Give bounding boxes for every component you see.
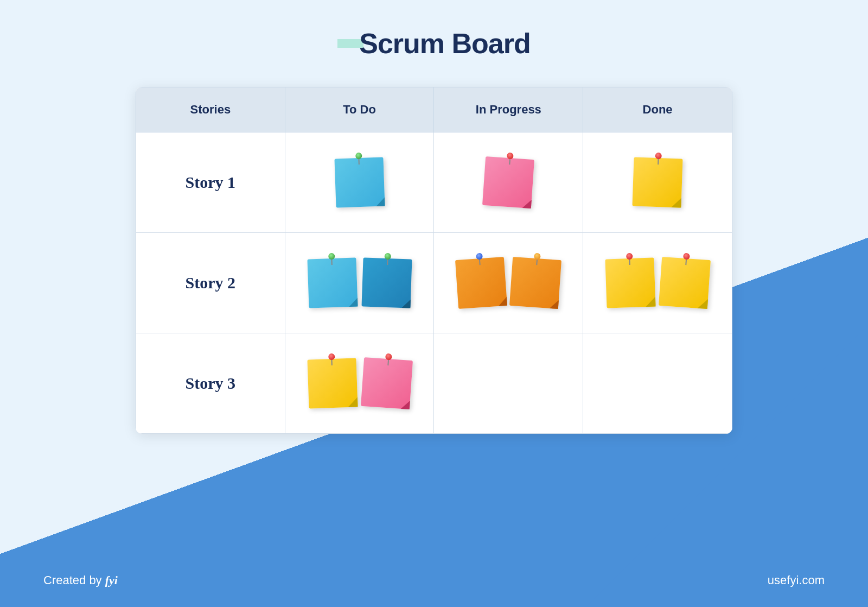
story-1-todo-cell	[285, 132, 434, 233]
sticky-note[interactable]	[509, 257, 561, 309]
story-2-label-cell: Story 2	[136, 233, 285, 333]
story-3-todo-notes	[296, 359, 423, 408]
story-3-label-cell: Story 3	[136, 333, 285, 434]
sticky-note[interactable]	[633, 157, 683, 207]
story-3-label: Story 3	[186, 374, 236, 392]
page-wrapper: Scrum Board Stories To Do In Progress Do…	[0, 0, 868, 607]
note-blue	[361, 257, 412, 308]
story-3-inprogress-cell	[434, 333, 583, 434]
sticky-note[interactable]	[307, 257, 358, 308]
sticky-note[interactable]	[334, 157, 385, 207]
story-1-inprogress-notes	[445, 158, 572, 207]
col-header-todo: To Do	[285, 87, 434, 132]
story-1-label-cell: Story 1	[136, 132, 285, 233]
note-yellow	[307, 358, 358, 408]
pin-icon	[355, 153, 362, 165]
pin-icon	[507, 153, 514, 165]
board-table: Stories To Do In Progress Done Story 1	[136, 87, 732, 434]
story-1-label: Story 1	[186, 173, 236, 191]
pin-icon	[384, 253, 391, 265]
story-1-inprogress-cell	[434, 132, 583, 233]
pin-icon	[626, 253, 633, 265]
pin-icon	[682, 253, 690, 265]
sticky-note[interactable]	[361, 257, 412, 308]
story-3-todo-cell	[285, 333, 434, 434]
page-title: Scrum Board	[359, 27, 531, 60]
pin-icon	[328, 353, 335, 365]
pin-icon	[655, 153, 662, 165]
story-2-done-cell	[583, 233, 732, 333]
story-2-inprogress-cell	[434, 233, 583, 333]
title-wrapper: Scrum Board	[337, 27, 531, 60]
col-header-done: Done	[583, 87, 732, 132]
table-row: Story 3	[136, 333, 732, 434]
story-2-inprogress-notes	[445, 258, 572, 307]
story-1-todo-notes	[296, 158, 423, 207]
note-yellow	[605, 257, 656, 308]
pin-icon	[476, 253, 484, 265]
pin-icon	[534, 253, 541, 265]
sticky-note[interactable]	[605, 257, 656, 308]
col-header-stories: Stories	[136, 87, 285, 132]
story-2-todo-notes	[296, 258, 423, 307]
story-1-done-notes	[594, 158, 721, 207]
table-row: Story 2	[136, 233, 732, 333]
sticky-note[interactable]	[361, 357, 413, 409]
story-2-label: Story 2	[186, 274, 236, 292]
story-1-done-cell	[583, 132, 732, 233]
col-header-inprogress: In Progress	[434, 87, 583, 132]
table-row: Story 1	[136, 132, 732, 233]
story-2-todo-cell	[285, 233, 434, 333]
note-blue-light	[307, 257, 358, 308]
story-2-done-notes	[594, 258, 721, 307]
scrum-board: Stories To Do In Progress Done Story 1	[136, 87, 732, 434]
sticky-note[interactable]	[482, 156, 534, 208]
sticky-note[interactable]	[307, 358, 358, 408]
sticky-note[interactable]	[455, 257, 507, 309]
pin-icon	[328, 253, 335, 265]
note-blue-light	[334, 157, 385, 207]
story-3-done-cell	[583, 333, 732, 434]
sticky-note[interactable]	[659, 257, 711, 309]
note-yellow	[633, 157, 683, 207]
pin-icon	[385, 353, 392, 366]
